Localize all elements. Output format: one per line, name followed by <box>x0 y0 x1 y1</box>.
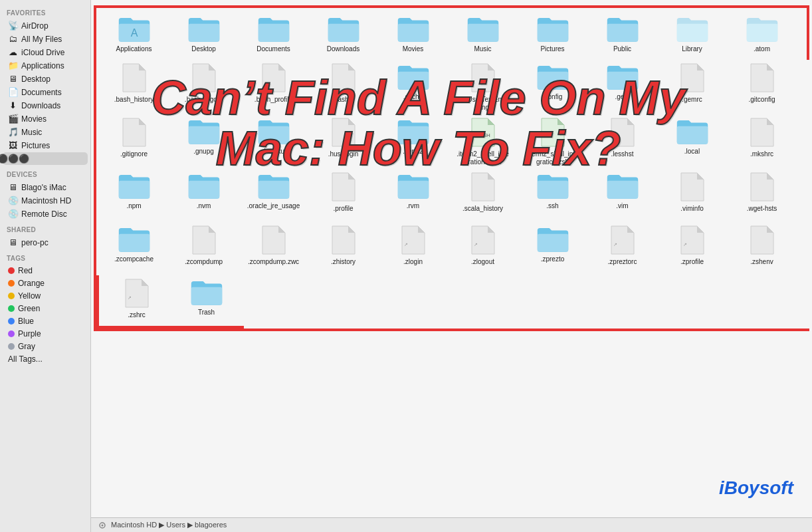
file-gitignore[interactable]: .gitignore <box>99 114 169 161</box>
sidebar-item-music[interactable]: 🎵 Music <box>3 126 88 138</box>
file-bash-profile[interactable]: .bash_profile <box>239 60 308 106</box>
file-icon <box>750 225 775 255</box>
svg-rect-24 <box>607 181 637 199</box>
folder-music-icon <box>466 15 500 43</box>
folder-config[interactable]: .config <box>518 60 587 104</box>
folder-trash[interactable]: Trash <box>171 275 241 319</box>
sidebar-item-tag-green[interactable]: Green <box>3 303 88 315</box>
sidebar-item-all-tags[interactable]: All Tags... <box>3 353 88 365</box>
sidebar-item-home[interactable]: ⚫⚫⚫ <box>3 152 88 165</box>
file-gitconfig[interactable]: .gitconfig <box>727 60 797 106</box>
folder-movies[interactable]: Movies <box>378 12 448 56</box>
folder-iterm2[interactable]: .iterm2 <box>378 114 448 158</box>
sidebar-label-documents: Documents <box>21 88 62 97</box>
svg-text:↗: ↗ <box>128 295 132 300</box>
svg-text:↗: ↗ <box>613 242 617 247</box>
sidebar-item-macintosh-hd[interactable]: 💿 Macintosh HD <box>3 194 88 207</box>
file-row-2: .bash_history .bash_logout <box>96 60 809 114</box>
status-bar: Macintosh HD ▶ Users ▶ blagoeres <box>91 517 812 532</box>
folder-oracle[interactable]: .oracle_jre_usage <box>239 169 308 213</box>
file-zpreztorc[interactable]: ↗ .zpreztorc <box>587 222 657 269</box>
folder-vim[interactable]: .vim <box>587 169 657 213</box>
sidebar-item-tag-red[interactable]: Red <box>3 265 88 277</box>
file-bashrc[interactable]: .bashrc <box>308 60 378 106</box>
sidebar-item-tag-purple[interactable]: Purple <box>3 328 88 340</box>
folder-pictures[interactable]: Pictures <box>518 12 587 56</box>
sidebar-item-tag-blue[interactable]: Blue <box>3 315 88 327</box>
file-icon: ↗ <box>124 278 150 309</box>
sidebar-item-blagos-imac[interactable]: 🖥 Blago's iMac <box>3 181 88 194</box>
file-zprofile[interactable]: ↗ .zprofile <box>657 222 727 269</box>
tag-orange-label: Orange <box>18 279 45 288</box>
file-zshenv[interactable]: .zshenv <box>727 222 797 269</box>
sidebar-item-downloads[interactable]: ⬇ Downloads <box>3 99 88 112</box>
label-library: Library <box>682 45 702 53</box>
file-bash-logout[interactable]: .bash_logout <box>169 60 239 106</box>
sidebar-item-documents[interactable]: 📄 Documents <box>3 86 88 98</box>
svg-rect-28 <box>537 234 567 252</box>
file-zhistory[interactable]: .zhistory <box>308 222 378 269</box>
folder-documents[interactable]: Documents <box>239 12 308 56</box>
folder-npm[interactable]: .npm <box>99 169 169 213</box>
folder-cache[interactable]: .cache <box>378 60 448 104</box>
folder-gem[interactable]: .gem <box>587 60 657 104</box>
file-zlogin[interactable]: ↗ .zlogin <box>378 222 448 269</box>
file-zshrc[interactable]: ↗ .zshrc <box>102 275 171 322</box>
folder-desktop[interactable]: Desktop <box>169 12 239 56</box>
sidebar-item-pictures[interactable]: 🖼 Pictures <box>3 139 88 152</box>
folder-zprezto[interactable]: .zprezto <box>518 222 587 266</box>
folder-movies-icon <box>397 15 430 43</box>
file-mkshrc[interactable]: .mkshrc <box>727 114 797 161</box>
file-scala-history[interactable]: .scala_history <box>448 169 518 215</box>
file-iterm2-bash[interactable]: BASH .iterm2_shell_integration.bash <box>448 114 518 169</box>
folder-gnupg[interactable]: .gnupg <box>169 114 239 158</box>
sidebar-item-all-my-files[interactable]: 🗂 All My Files <box>3 33 88 45</box>
folder-public[interactable]: Public <box>587 12 657 56</box>
file-viminfo[interactable]: .viminfo <box>657 169 727 215</box>
file-profile[interactable]: .profile <box>308 169 378 215</box>
sidebar-item-movies[interactable]: 🎬 Movies <box>3 112 88 125</box>
folder-nvm[interactable]: .nvm <box>169 169 239 213</box>
label-music: Music <box>474 45 491 53</box>
folder-music[interactable]: Music <box>448 12 518 56</box>
sidebar-item-applications[interactable]: 📁 Applications <box>3 59 88 72</box>
sidebar-item-pero-pc[interactable]: 🖥 pero-pc <box>3 236 88 249</box>
folder-applications[interactable]: A Applications <box>99 12 169 56</box>
folder-atom[interactable]: .atom <box>727 12 797 56</box>
folder-heroku[interactable]: .heroku <box>239 114 308 158</box>
file-wget-hsts[interactable]: .wget-hsts <box>727 169 797 215</box>
sidebar-item-tag-yellow[interactable]: Yellow <box>3 290 88 302</box>
file-gemrc[interactable]: .gemrc <box>657 60 727 106</box>
folder-zcompcache[interactable]: .zcompcache <box>99 222 169 266</box>
sidebar-item-remote-disc[interactable]: 💿 Remote Disc <box>3 207 88 220</box>
label-heroku: .heroku <box>262 148 284 156</box>
svg-rect-9 <box>676 24 707 42</box>
folder-local[interactable]: .local <box>657 114 727 158</box>
label-gnupg: .gnupg <box>193 148 214 156</box>
file-lesshst[interactable]: .lesshst <box>587 114 657 161</box>
sidebar-item-tag-orange[interactable]: Orange <box>3 277 88 289</box>
file-icon: ↗ <box>610 225 635 255</box>
file-iterm2-zsh[interactable]: .iterm2_shell_integration.zsh <box>518 114 587 169</box>
file-zlogout[interactable]: ↗ .zlogout <box>448 222 518 269</box>
file-hushlogin[interactable]: .hushlogin <box>308 114 378 161</box>
sidebar-item-desktop[interactable]: 🖥 Desktop <box>3 72 88 85</box>
svg-rect-19 <box>118 181 149 199</box>
sidebar-item-airdrop[interactable]: 📡 AirDrop <box>3 19 88 32</box>
file-cfusertextencoding[interactable]: .CFUserTextEncoding <box>448 60 518 114</box>
tag-purple-label: Purple <box>18 329 41 338</box>
sidebar-item-icloud-drive[interactable]: ☁ iCloud Drive <box>3 46 88 59</box>
sidebar-item-tag-gray[interactable]: Gray <box>3 340 88 352</box>
folder-downloads[interactable]: Downloads <box>308 12 378 56</box>
file-zcompdump-zwc[interactable]: .zcompdump.zwc <box>239 222 308 269</box>
documents-icon: 📄 <box>8 87 18 97</box>
folder-rvm[interactable]: .rvm <box>378 169 448 213</box>
svg-rect-15 <box>258 126 288 144</box>
folder-ssh[interactable]: .ssh <box>518 169 587 213</box>
file-bash-history[interactable]: .bash_history <box>99 60 169 106</box>
folder-library[interactable]: Library <box>657 12 727 56</box>
label-bash-profile: .bash_profile <box>254 96 292 104</box>
label-scala-history: .scala_history <box>462 205 503 213</box>
svg-rect-23 <box>537 181 567 199</box>
file-zcompdump[interactable]: .zcompdump <box>169 222 239 269</box>
